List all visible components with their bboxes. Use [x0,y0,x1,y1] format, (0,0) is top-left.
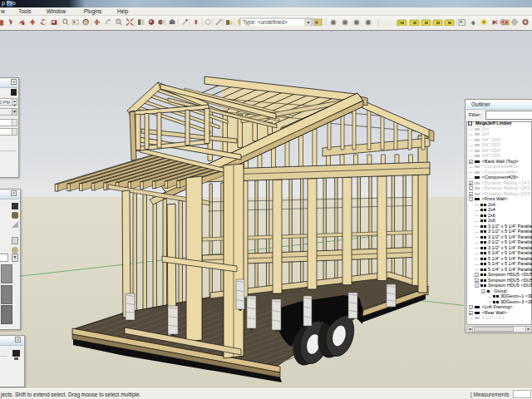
svg-text:Type: <undefined>: Type: <undefined> [243,19,288,26]
